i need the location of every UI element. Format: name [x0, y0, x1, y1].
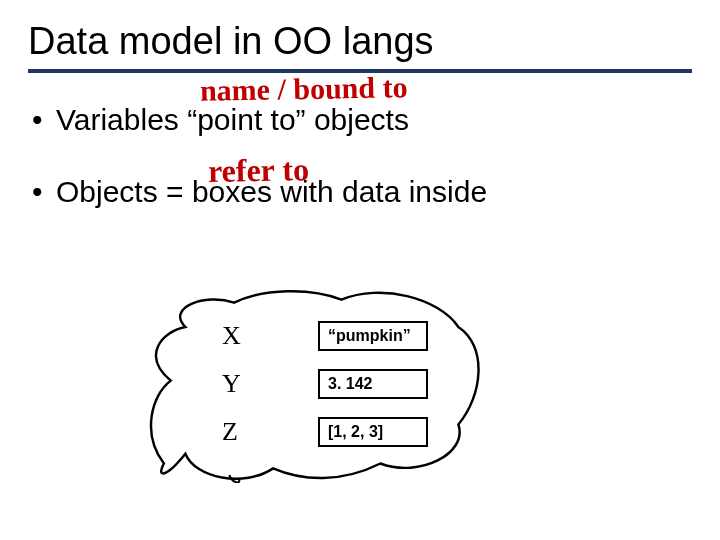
variable-row: Y 3. 142: [222, 364, 428, 404]
variable-entries: X “pumpkin” Y 3. 142 Z [1, 2, 3]: [222, 308, 428, 460]
variable-row: X “pumpkin”: [222, 316, 428, 356]
annotation-refer-to: refer to: [208, 151, 310, 190]
bullet-list: Variables “point to” objects Objects = b…: [28, 103, 692, 209]
bullet-variables: Variables “point to” objects: [28, 103, 692, 137]
slide-title: Data model in OO langs: [28, 20, 692, 73]
variable-name: X: [222, 321, 318, 351]
object-box: “pumpkin”: [318, 321, 428, 351]
bullet-objects: Objects = boxes with data inside: [28, 175, 692, 209]
object-box: 3. 142: [318, 369, 428, 399]
diagram: X “pumpkin” Y 3. 142 Z [1, 2, 3]: [142, 288, 492, 498]
variable-name: Y: [222, 369, 318, 399]
object-box: [1, 2, 3]: [318, 417, 428, 447]
variable-name: Z: [222, 417, 318, 447]
variable-row: Z [1, 2, 3]: [222, 412, 428, 452]
